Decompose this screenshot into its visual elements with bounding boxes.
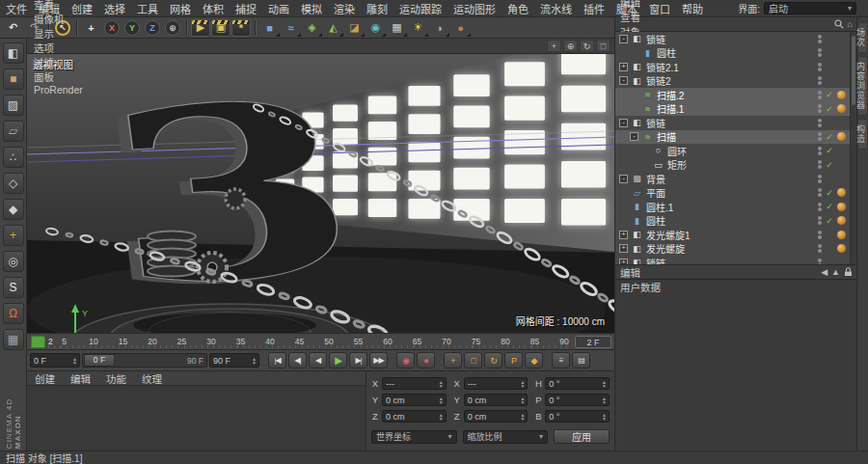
menubar-item-15[interactable]: 流水线 [534,1,578,16]
viewport-menu-2[interactable]: 显示 [27,26,90,41]
attr-menu-2[interactable]: 用户数据 [615,280,665,294]
viewport-menu-4[interactable]: 过滤 [27,55,90,69]
expander-icon[interactable]: - [619,35,628,43]
rotate-view-icon[interactable]: ↻ [580,40,594,52]
attr-menu-1[interactable]: 编辑 [615,265,665,280]
enable-check-icon[interactable]: ✓ [825,104,834,114]
material-menu-2[interactable]: 功能 [98,371,134,386]
material-icon[interactable]: ● [450,18,471,37]
prev-frame-button[interactable]: ◀ [309,352,327,368]
scale-mode-select[interactable]: 缩放比例 ▾ [463,430,549,444]
viewport-menu-5[interactable]: 面板 [27,69,90,84]
visibility-dots-icon[interactable] [818,91,822,99]
expander-icon[interactable]: - [619,76,628,85]
menubar-item-6[interactable]: 体积 [197,1,230,16]
menubar-item-10[interactable]: 渲染 [328,1,361,16]
material-tag-icon[interactable] [837,231,846,239]
light-icon[interactable]: ☀ [408,18,428,37]
layout-tab-0[interactable]: 场次 [857,22,868,53]
record-parameter-button[interactable]: P [504,352,523,368]
material-menu-0[interactable]: 创建 [27,371,63,386]
autokey-button[interactable]: ● [417,352,435,368]
material-tag-icon[interactable] [837,244,846,253]
material-tag-icon[interactable] [837,132,846,141]
menubar-item-8[interactable]: 动画 [262,1,295,16]
visibility-dots-icon[interactable] [818,259,822,265]
viewport-menu-3[interactable]: 选项 [27,41,90,55]
menubar-item-14[interactable]: 角色 [502,1,534,16]
subdivision-surface-icon[interactable]: ◈ [302,18,322,37]
timeline-end-box[interactable]: 2 F [575,336,611,348]
expander-icon[interactable]: - [630,132,638,141]
zoom-view-icon[interactable]: ⊕ [563,40,578,52]
expander-icon[interactable]: + [619,259,628,265]
object-row-16[interactable]: +◧锁链 [615,256,856,265]
expander-icon[interactable]: + [619,63,628,71]
material-tag-icon[interactable] [837,104,846,113]
record-button[interactable]: ◉ [396,352,415,368]
pan-view-icon[interactable]: + [547,40,561,52]
coord-field-size-y[interactable]: 0 cm▲▼ [464,394,529,406]
coord-field-rotation-p[interactable]: 0 °▲▼ [545,394,610,406]
viewport-menu-0[interactable]: 查看 [27,0,90,12]
object-row-0[interactable]: -◧锁链 [615,32,856,46]
om-menu-2[interactable]: 查看 [615,10,645,24]
magnet-icon[interactable]: Ω [3,303,24,324]
end-frame-field[interactable]: 90 F▲▼ [209,353,259,368]
visibility-dots-icon[interactable] [818,119,822,127]
object-manager[interactable]: -◧锁链▮圆柱+◧锁链2.1-◧锁链2≈扫描.2✓≈扫描.1✓-◧锁链-≈扫描✓… [615,32,856,265]
cube-primitive-icon[interactable]: ■ [259,18,280,37]
enable-check-icon[interactable]: ✓ [825,146,834,155]
enable-check-icon[interactable]: ✓ [825,160,834,170]
render-settings-icon[interactable]: * [231,19,251,37]
menubar-item-3[interactable]: 选择 [98,1,131,16]
layout-tab-2[interactable]: 构造 [857,119,868,150]
apply-button[interactable]: 应用 [554,429,610,444]
viewport-menu-6[interactable]: ProRender [27,84,90,96]
stepper-icon[interactable]: ▲▼ [602,396,609,404]
object-row-15[interactable]: +◧发光螺旋 [615,242,856,257]
record-position-button[interactable]: + [444,352,462,368]
visibility-dots-icon[interactable] [818,188,822,197]
toggle-view-icon[interactable]: □ [596,40,610,52]
material-tag-icon[interactable] [837,203,846,211]
collapse-left-icon[interactable]: ◀ [821,267,827,277]
menubar-item-13[interactable]: 运动图形 [448,1,502,16]
generator-icon[interactable]: ◭ [323,18,343,37]
coord-field-rotation-h[interactable]: 0 °▲▼ [545,377,610,390]
expander-icon[interactable]: - [619,175,628,183]
layout-tab-1[interactable]: 内容浏览器 [857,56,868,116]
next-frame-button[interactable]: ▶| [349,352,367,368]
z-axis-lock-icon[interactable]: Z [145,20,160,36]
visibility-dots-icon[interactable] [818,231,822,239]
attribute-manager-body[interactable] [615,280,856,450]
y-axis-lock-icon[interactable]: Y [124,20,140,36]
make-editable-icon[interactable]: ◧ [3,42,24,64]
menubar-item-18[interactable]: 窗口 [643,1,676,16]
coordinate-system-icon[interactable]: ⊕ [165,20,180,36]
camera-icon[interactable]: ▦ [387,18,407,37]
enable-check-icon[interactable]: ✓ [825,216,834,226]
solo-mode-icon[interactable]: ◎ [3,251,24,272]
prev-key-button[interactable]: ◀| [288,352,307,368]
stepper-icon[interactable]: ▲▼ [252,357,258,365]
enable-check-icon[interactable]: ✓ [825,90,834,99]
object-row-6[interactable]: -◧锁链 [615,116,856,130]
render-picture-icon[interactable]: ▣ [211,19,231,37]
object-row-4[interactable]: ≈扫描.2✓ [615,88,856,102]
menubar-item-5[interactable]: 网格 [164,1,197,16]
visibility-dots-icon[interactable] [818,63,822,71]
model-mode-icon[interactable]: ■ [3,68,24,90]
material-menu-3[interactable]: 纹理 [134,371,170,386]
visibility-dots-icon[interactable] [818,175,822,183]
coord-field-size-x[interactable]: ---▲▼ [464,377,529,390]
scroll-up-icon[interactable]: ▲ [831,267,840,277]
lock-icon[interactable]: ▦ [3,329,24,350]
render-view-icon[interactable]: ▶ [191,19,210,37]
stepper-icon[interactable]: ▲▼ [520,396,527,404]
points-mode-icon[interactable]: ∴ [3,147,24,168]
coordinate-space-select[interactable]: 世界坐标 ▾ [371,430,457,444]
record-rotation-button[interactable]: ↻ [484,352,502,368]
enable-check-icon[interactable]: ✓ [825,188,834,198]
interface-select[interactable]: 启动 ▾ [764,2,856,14]
